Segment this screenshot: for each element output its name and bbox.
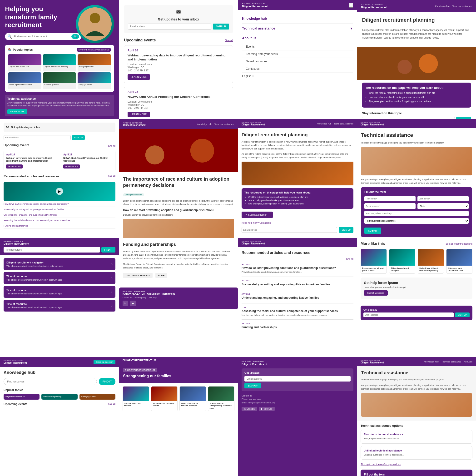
kh-topic-2[interactable]: Recruitment planning — [41, 394, 77, 400]
article-card-title-1[interactable]: How do we start preventing adoptions and… — [241, 266, 354, 270]
event-learn-more-button-2[interactable]: LEARN MORE — [128, 112, 150, 117]
search-input[interactable] — [14, 35, 70, 38]
tech-last-name-input[interactable] — [417, 196, 469, 201]
get-help-button[interactable]: Submit a question — [364, 290, 388, 296]
resource-item-1[interactable]: Diligent recruitment navigator Title of … — [3, 258, 116, 270]
article-card-title-5[interactable]: Funding and partnerships — [241, 325, 354, 329]
mobile-rec-article-1[interactable]: How do we start preventing adoptions and… — [3, 203, 116, 207]
tech-email-input[interactable] — [364, 203, 416, 209]
tech-type-select[interactable]: Individual technical assistance — [364, 218, 469, 224]
dr-email-input[interactable] — [241, 227, 337, 233]
resource-item-3[interactable]: Title of resource Title of resource dayd… — [3, 286, 116, 298]
mobile-rec-article-3[interactable]: Understanding, engaging, and supporting … — [3, 214, 116, 218]
mf-email-input[interactable] — [244, 376, 351, 381]
nav-sub-item-learning[interactable]: Learning from your peers — [242, 51, 353, 58]
kh-search-button[interactable]: FIND IT — [99, 378, 116, 385]
kh-search-input[interactable] — [3, 378, 97, 385]
hero-search-bar[interactable]: 🔍 🔍 — [5, 33, 81, 40]
mobile-learn-more-button-1[interactable]: LEARN MORE — [6, 165, 23, 169]
dr-nav-tech[interactable]: Technical assistance — [334, 122, 354, 125]
mobile-video-thumbnail[interactable]: ▶ — [3, 182, 116, 201]
more-thumb-card-1[interactable]: Developing recruitment plans & ideas — [360, 249, 387, 274]
dr101-card-4[interactable]: How to support strengthening families of… — [208, 386, 235, 411]
nav-item-knowledge-hub[interactable]: Knowledge hub — [242, 14, 353, 24]
mobile-events-see-all[interactable]: See all — [108, 145, 116, 147]
mobile-rec-see-all[interactable]: See all — [108, 174, 116, 180]
footer-link-privacy[interactable]: Privacy policy — [135, 297, 146, 299]
resource-item-4[interactable]: Title of resource Title of resource dayd… — [3, 300, 116, 311]
mf-youtube-button[interactable]: ▶ YouTube — [259, 407, 275, 411]
more-thumb-card-3[interactable]: State-driven diligent recruitment planni… — [418, 249, 444, 274]
kh-events-see-all[interactable]: See all — [108, 403, 116, 406]
dr-need-help-link[interactable]: Need help now? Contact us — [241, 221, 271, 224]
tech-assist-button[interactable]: LEARN MORE — [7, 109, 27, 114]
tech-submit-button[interactable]: SUBMIT — [364, 227, 381, 234]
nav-sub-item-events[interactable]: Events — [242, 43, 353, 51]
article-card-title-4[interactable]: Assessing the racial and cultural compet… — [241, 309, 354, 313]
stay-submit-button[interactable]: SUBMIT — [456, 117, 471, 119]
resources-search-button[interactable]: FIND IT — [102, 247, 116, 253]
event-learn-more-button-1[interactable]: LEARN MORE — [128, 74, 150, 80]
kh-submit-button[interactable]: Submit a question — [94, 360, 116, 364]
nav-tech-assist-2[interactable]: Technical assistance — [214, 123, 234, 125]
nav-close-button[interactable]: ✕ — [349, 3, 353, 8]
explore-knowledge-hub-button[interactable]: EXPLORE THE KNOWLEDGE HUB — [77, 48, 111, 52]
nav-language-selector[interactable]: English ▾ — [242, 73, 353, 80]
footer-email-signup-button[interactable]: SIGN UP — [455, 312, 470, 317]
dr101-card-2[interactable]: Importance of race and culture — [151, 386, 178, 411]
more-thumb-card-4[interactable]: Make your own recruitment plan — [446, 249, 473, 274]
tech-role-input[interactable] — [364, 211, 469, 216]
mobile-signup-button[interactable]: SIGN UP — [72, 135, 85, 140]
nav-item-about-us[interactable]: About us — [242, 33, 353, 43]
tech-full-nav-knowledge[interactable]: Knowledge hub — [424, 360, 439, 363]
tech-groups-link[interactable]: Sign up to our trainers/group sessions — [360, 463, 401, 466]
footer-link-contact[interactable]: Contact us — [122, 297, 132, 299]
footer-link-sitemap[interactable]: Site map — [149, 297, 157, 299]
nav-item-technical-assistance[interactable]: Technical assistance ▼ — [242, 24, 353, 33]
more-thumb-card-2[interactable]: Diligent recruitment navigator — [389, 249, 415, 274]
tech-full-nav-about[interactable]: About us — [464, 360, 473, 363]
dr101-card-1[interactable]: Strengthening our families — [122, 386, 149, 411]
more-like-see-all[interactable]: See all recommendations — [445, 242, 473, 245]
footer-email-input[interactable] — [363, 312, 454, 317]
resources-search-input[interactable] — [3, 247, 100, 253]
topic-card-4[interactable]: Racial equity in recruitment — [8, 72, 41, 89]
resource-item-2[interactable]: Title of resource Title of resource dayd… — [3, 272, 116, 284]
events-see-all-link[interactable]: See all — [225, 39, 233, 42]
article-card-title-2[interactable]: Successfully recruiting and supporting A… — [241, 283, 354, 286]
article-card-title-3[interactable]: Understanding, engaging, and supporting … — [241, 296, 354, 299]
stay-email-input[interactable] — [362, 117, 455, 119]
dr101-card-3[interactable]: Is our response to families friendly? — [179, 386, 206, 411]
nav-tech-assist[interactable]: Technical assistance — [452, 5, 472, 7]
nav-sub-item-saved[interactable]: Saved resources — [242, 58, 353, 65]
topic-card-1[interactable]: Diligent recruitment 101 — [8, 54, 41, 71]
mobile-rec-article-5[interactable]: Funding and partnerships — [3, 225, 116, 229]
mobile-rec-article-2[interactable]: Successfully recruiting and supporting A… — [3, 208, 116, 212]
topic-card-6[interactable]: Using your data — [78, 72, 111, 89]
dr-submit-question-button[interactable]: ? Submit a question ▸ — [241, 212, 273, 218]
nav-knowledge-hub-2[interactable]: Knowledge hub — [197, 123, 211, 125]
search-button[interactable]: 🔍 — [71, 34, 79, 39]
topic-card-2[interactable]: Diligent recruitment planning — [43, 54, 76, 71]
tech-state-select[interactable]: State — [417, 203, 469, 209]
email-field[interactable] — [128, 24, 211, 30]
article-list-see-all[interactable]: See all — [346, 258, 354, 260]
nav-knowledge-hub[interactable]: Knowledge hub — [435, 5, 450, 7]
nav-sub-item-contact[interactable]: Contact us — [242, 65, 353, 73]
dr-signup-button[interactable]: SIGN UP — [339, 227, 354, 233]
mobile-rec-article-4[interactable]: Assessing the racial and cultural compet… — [3, 219, 116, 223]
topic-card-5[interactable]: Submit a question — [43, 72, 76, 89]
email-signup-button[interactable]: SIGN UP — [213, 24, 229, 30]
mf-signup-button[interactable]: SIGN UP — [244, 383, 261, 389]
tech-first-name-input[interactable] — [364, 196, 416, 201]
dr-nav-knowledge[interactable]: Knowledge hub — [317, 122, 331, 125]
kh-topic-1[interactable]: Diligent recruitment 101 — [3, 394, 39, 400]
youtube-icon[interactable]: ▶ — [130, 301, 136, 306]
mf-linkedin-button[interactable]: in LinkedIn — [241, 407, 257, 411]
linkedin-icon[interactable]: in — [122, 301, 128, 306]
topic-card-3[interactable]: Emerging families — [78, 54, 111, 71]
mobile-email-field[interactable] — [3, 135, 71, 140]
kh-topic-3[interactable]: Emerging families — [80, 394, 116, 400]
mobile-learn-more-button-2[interactable]: LEARN MORE — [63, 165, 80, 169]
tech-full-nav-tech[interactable]: Technical assistance — [442, 360, 461, 363]
